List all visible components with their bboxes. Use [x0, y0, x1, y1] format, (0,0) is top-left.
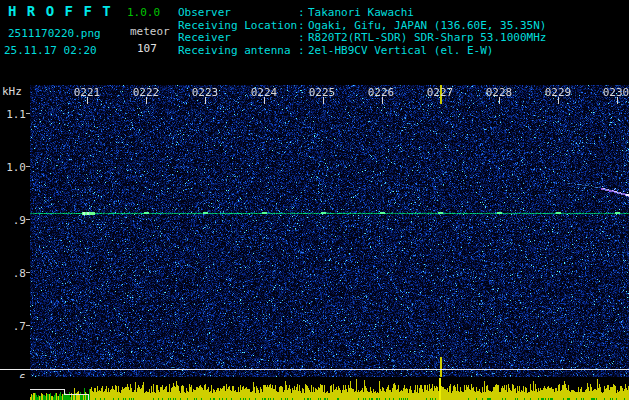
info-value: Takanori Kawachi — [308, 7, 414, 20]
freq-tick-label: 1.0 — [2, 161, 26, 174]
freq-tick-mark — [26, 113, 30, 114]
time-tick-label: 0223 — [189, 86, 221, 99]
time-tick-label: 0226 — [365, 86, 397, 99]
time-tick-label: 0221 — [71, 86, 103, 99]
freq-tick-label: .9 — [2, 214, 26, 227]
info-colon: : — [298, 45, 308, 58]
station-info: Observer:Takanori Kawachi Receiving Loca… — [178, 7, 546, 58]
time-tick-label: 0227 — [424, 86, 456, 99]
time-tick-label: 0222 — [130, 86, 162, 99]
app-title: H R O F F T — [8, 3, 112, 19]
info-row-observer: Observer:Takanori Kawachi — [178, 7, 546, 20]
freq-tick-label: .8 — [2, 267, 26, 280]
output-filename: 2511170220.png — [8, 27, 101, 40]
info-colon: : — [298, 7, 308, 20]
freq-tick-mark — [26, 219, 30, 220]
level-bars-canvas — [0, 378, 629, 400]
freq-tick-mark — [26, 166, 30, 167]
freq-unit-label: kHz — [2, 85, 28, 98]
freq-tick-mark — [26, 272, 30, 273]
time-tick-label: 0230 — [600, 86, 629, 99]
info-value: 2el-HB9CV Vertical (el. E-W) — [308, 45, 493, 58]
time-tick-label: 0228 — [483, 86, 515, 99]
info-label: Observer — [178, 7, 298, 20]
echo-count: 107 — [137, 42, 157, 55]
freq-tick-mark — [26, 325, 30, 326]
freq-tick-label: .7 — [2, 320, 26, 333]
mode-label: meteor — [130, 25, 170, 38]
hrofft-window: H R O F F T 1.0.0 2511170220.png meteor … — [0, 0, 629, 400]
info-row-antenna: Receiving antenna:2el-HB9CV Vertical (el… — [178, 45, 546, 58]
baseline-divider — [0, 369, 629, 370]
spectrogram-canvas — [30, 85, 629, 377]
time-tick-label: 0224 — [248, 86, 280, 99]
app-version: 1.0.0 — [127, 6, 160, 19]
freq-tick-label: 1.1 — [2, 108, 26, 121]
time-tick-label: 0229 — [542, 86, 574, 99]
capture-datetime: 25.11.17 02:20 — [4, 44, 97, 57]
info-label: Receiving antenna — [178, 45, 298, 58]
time-tick-label: 0225 — [306, 86, 338, 99]
